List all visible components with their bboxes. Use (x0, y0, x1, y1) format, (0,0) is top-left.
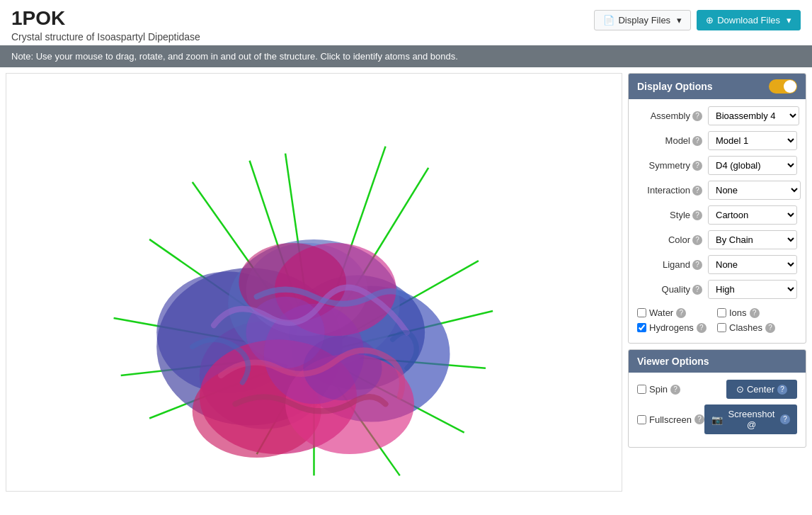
screenshot-button[interactable]: 📷 Screenshot @ ? (704, 404, 797, 434)
symmetry-select[interactable]: D4 (global) None C2 C4 (708, 156, 797, 175)
display-toggle[interactable] (769, 79, 797, 94)
interaction-help-icon[interactable]: ? (692, 186, 702, 196)
ligand-select[interactable]: None Stick Sphere Surface (708, 255, 797, 274)
center-button[interactable]: ⊙ Center ? (726, 380, 797, 399)
interaction-select[interactable]: None Hydrogen Bonds Hydrophobic All (708, 181, 801, 200)
spin-label: Spin (649, 384, 668, 395)
ions-checkbox-item: Ions ? (717, 307, 797, 318)
svg-point-35 (303, 336, 382, 400)
clashes-label: Clashes (729, 322, 762, 333)
model-row: Model ? Model 1 Model 2 Model 3 (637, 131, 797, 150)
quality-label-text: Quality (662, 284, 690, 295)
display-options-body: Assembly ? Bioassembly 4 Bioassembly 1 B… (629, 99, 806, 343)
ions-checkbox[interactable] (717, 308, 726, 317)
model-label-text: Model (665, 135, 690, 146)
display-options-header: Display Options (629, 74, 806, 99)
color-label-text: Color (668, 234, 690, 245)
color-row: Color ? By Chain By Element Spectrum Sol… (637, 230, 797, 249)
assembly-select[interactable]: Bioassembly 4 Bioassembly 1 Bioassembly … (708, 106, 799, 125)
interaction-label-text: Interaction (647, 185, 690, 196)
color-select[interactable]: By Chain By Element Spectrum Solid (708, 230, 797, 249)
spin-row: Spin ? ⊙ Center ? (637, 380, 797, 399)
assembly-label-text: Assembly (651, 111, 690, 121)
download-files-button[interactable]: ⊕ Download Files ▾ (697, 10, 801, 30)
ligand-label-text: Ligand (663, 259, 690, 270)
interaction-label: Interaction ? (637, 185, 708, 196)
model-select[interactable]: Model 1 Model 2 Model 3 (708, 131, 797, 150)
spin-left: Spin ? (637, 384, 680, 395)
clashes-help-icon[interactable]: ? (765, 323, 775, 333)
symmetry-help-icon[interactable]: ? (692, 161, 702, 171)
checkboxes-section: Water ? Ions ? Hydrogens ? (637, 305, 797, 336)
page-header: 1POK Crystal structure of Isoaspartyl Di… (0, 0, 812, 45)
molecule-viewer[interactable] (6, 74, 622, 491)
screenshot-icon: 📷 (711, 414, 723, 425)
header-buttons: 📄 Display Files ▾ ⊕ Download Files ▾ (594, 10, 801, 30)
page-title: 1POK (11, 7, 200, 30)
download-dropdown-caret: ▾ (787, 15, 791, 26)
water-label: Water (649, 307, 673, 318)
spin-checkbox[interactable] (637, 385, 646, 394)
quality-row: Quality ? Low Medium High Very High (637, 280, 797, 299)
color-label: Color ? (637, 234, 708, 245)
fullscreen-checkbox[interactable] (637, 415, 646, 424)
ligand-help-icon[interactable]: ? (692, 260, 702, 270)
download-files-label: Download Files (717, 15, 780, 26)
water-help-icon[interactable]: ? (676, 308, 686, 318)
fullscreen-help-icon[interactable]: ? (694, 414, 704, 424)
style-label-text: Style (670, 210, 690, 220)
symmetry-row: Symmetry ? D4 (global) None C2 C4 (637, 156, 797, 175)
header-left: 1POK Crystal structure of Isoaspartyl Di… (11, 7, 200, 43)
screenshot-label: Screenshot @ (726, 409, 777, 430)
display-options-panel: Display Options Assembly ? Bioassembly 4… (628, 73, 806, 344)
fullscreen-left: Fullscreen ? (637, 414, 704, 425)
ions-help-icon[interactable]: ? (750, 308, 760, 318)
assembly-label: Assembly ? (637, 111, 708, 121)
quality-label: Quality ? (637, 284, 708, 295)
assembly-help-icon[interactable]: ? (692, 111, 702, 121)
model-help-icon[interactable]: ? (692, 136, 702, 146)
center-icon: ⊙ (736, 384, 744, 395)
display-files-label: Display Files (618, 15, 670, 26)
page-subtitle: Crystal structure of Isoaspartyl Dipepti… (11, 31, 200, 43)
viewer-options-header: Viewer Options (629, 350, 806, 373)
viewer-container[interactable] (6, 73, 622, 492)
file-icon: 📄 (603, 15, 614, 26)
hydrogens-label: Hydrogens (649, 322, 694, 333)
viewer-options-body: Spin ? ⊙ Center ? Fullscreen ? (629, 373, 806, 447)
fullscreen-row: Fullscreen ? 📷 Screenshot @ ? (637, 404, 797, 434)
model-label: Model ? (637, 135, 708, 146)
display-dropdown-caret: ▾ (677, 15, 682, 26)
style-label: Style ? (637, 210, 708, 220)
download-icon: ⊕ (706, 15, 714, 26)
viewer-options-panel: Viewer Options Spin ? ⊙ Center ? (628, 349, 806, 448)
hydrogens-checkbox-item: Hydrogens ? (637, 322, 717, 333)
note-text: Note: Use your mouse to drag, rotate, an… (11, 51, 458, 62)
style-select[interactable]: Cartoon Surface Stick Sphere Line (708, 205, 797, 225)
note-bar: Note: Use your mouse to drag, rotate, an… (0, 45, 812, 67)
interaction-row: Interaction ? None Hydrogen Bonds Hydrop… (637, 181, 797, 200)
viewer-options-title: Viewer Options (637, 356, 709, 367)
display-toggle-switch[interactable] (769, 79, 797, 94)
quality-select[interactable]: Low Medium High Very High (708, 280, 797, 299)
main-layout: Display Options Assembly ? Bioassembly 4… (0, 67, 812, 497)
ligand-label: Ligand ? (637, 259, 708, 270)
display-files-button[interactable]: 📄 Display Files ▾ (594, 10, 691, 30)
color-help-icon[interactable]: ? (692, 235, 702, 245)
clashes-checkbox[interactable] (717, 323, 726, 332)
style-row: Style ? Cartoon Surface Stick Sphere Lin… (637, 205, 797, 225)
right-panel: Display Options Assembly ? Bioassembly 4… (628, 67, 812, 497)
style-help-icon[interactable]: ? (692, 210, 702, 220)
fullscreen-label: Fullscreen (649, 414, 692, 425)
clashes-checkbox-item: Clashes ? (717, 322, 797, 333)
symmetry-label: Symmetry ? (637, 160, 708, 171)
quality-help-icon[interactable]: ? (692, 285, 702, 295)
ions-label: Ions (729, 307, 747, 318)
water-checkbox[interactable] (637, 308, 646, 317)
center-help-icon[interactable]: ? (777, 385, 787, 395)
hydrogens-checkbox[interactable] (637, 323, 646, 332)
hydrogens-help-icon[interactable]: ? (697, 323, 707, 333)
spin-help-icon[interactable]: ? (670, 385, 680, 395)
water-checkbox-item: Water ? (637, 307, 717, 318)
screenshot-help-icon[interactable]: ? (780, 414, 790, 424)
